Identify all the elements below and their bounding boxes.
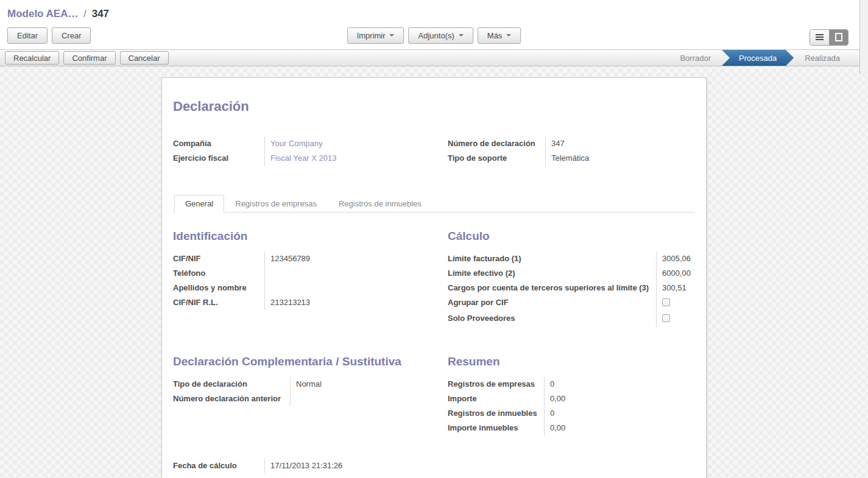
- page-title: Declaración: [173, 99, 695, 114]
- list-view-icon: [816, 34, 824, 40]
- top-header: Modelo AEA… / 347 Editar Crear Imprimir …: [0, 0, 868, 49]
- summary-section: Resumen Registros de empresas 0 Importe …: [448, 355, 695, 435]
- form-view-icon: [835, 33, 842, 41]
- company-link[interactable]: Your Company: [270, 139, 323, 148]
- solo-proveedores-label: Solo Proveedores: [448, 311, 656, 327]
- caret-down-icon: [459, 34, 464, 37]
- declaration-number-label: Número de declaración: [448, 136, 545, 151]
- support-type-value: Telemática: [545, 151, 695, 166]
- form-view-button[interactable]: [829, 30, 848, 45]
- complementary-section: Declaración Complementaria / Sustitutiva…: [173, 355, 434, 435]
- registros-empresas-label: Registros de empresas: [448, 377, 544, 392]
- fecha-calculo-label: Fecha de cálculo: [173, 459, 264, 473]
- importe-inmuebles-label: Importe inmuebles: [448, 421, 544, 435]
- telefono-label: Teléfono: [173, 266, 264, 281]
- identification-section: Identificación CIF/NIF 123456789 Teléfon…: [173, 230, 434, 327]
- cif-nif-rl-label: CIF/NIF R.L.: [173, 295, 264, 310]
- solo-proveedores-checkbox[interactable]: [662, 314, 670, 322]
- header-field-group-left: Compañía Your Company Ejercicio fiscal F…: [173, 136, 434, 166]
- limite-efectivo-label: Límite efectivo (2): [448, 266, 656, 281]
- declaration-number-value: 347: [545, 136, 695, 151]
- tipo-declaracion-label: Tipo de declaración: [173, 377, 290, 392]
- agrupar-por-cif-label: Agrupar por CIF: [448, 295, 656, 311]
- importe-value: 0,00: [544, 392, 695, 406]
- summary-title: Resumen: [448, 355, 695, 368]
- scrollbar-track[interactable]: [859, 0, 868, 74]
- apellidos-nombre-value: [264, 281, 434, 295]
- more-label: Más: [487, 31, 503, 40]
- view-switcher: [810, 29, 849, 46]
- list-view-button[interactable]: [810, 30, 829, 45]
- registros-inmuebles-value: 0: [544, 406, 695, 421]
- tipo-declaracion-value: Normal: [290, 377, 434, 392]
- breadcrumb: Modelo AEA… / 347: [0, 0, 868, 21]
- cancel-button[interactable]: Cancelar: [120, 51, 169, 65]
- fecha-calculo-value: 17/11/2013 21:31:26: [264, 459, 434, 473]
- more-dropdown-button[interactable]: Más: [478, 27, 521, 44]
- tab-registros-empresas[interactable]: Registros de empresas: [224, 195, 328, 213]
- caret-down-icon: [506, 34, 511, 37]
- complementary-title: Declaración Complementaria / Sustitutiva: [173, 355, 434, 368]
- telefono-value: [264, 266, 434, 281]
- apellidos-nombre-label: Apellidos y nombre: [173, 281, 264, 295]
- form-sheet: Declaración Compañía Your Company Ejerci…: [161, 77, 707, 478]
- print-dropdown-button[interactable]: Imprimir: [347, 27, 404, 44]
- notebook-tabs: General Registros de empresas Registros …: [173, 195, 695, 213]
- actions-toolbar: Editar Crear Imprimir Adjunto(s) Más: [0, 21, 868, 49]
- confirm-button[interactable]: Confirmar: [63, 51, 115, 65]
- cif-nif-label: CIF/NIF: [173, 251, 264, 266]
- breadcrumb-parent-link[interactable]: Modelo AEA…: [7, 8, 78, 19]
- tab-general[interactable]: General: [174, 195, 224, 213]
- recalculate-button[interactable]: Recalcular: [5, 51, 59, 65]
- statusbar: Borrador Procesada Realizada: [669, 50, 851, 66]
- caret-down-icon: [390, 34, 395, 37]
- edit-button[interactable]: Editar: [7, 27, 48, 44]
- status-toolbar: Recalcular Confirmar Cancelar Borrador P…: [0, 49, 868, 66]
- calc-date-field: Fecha de cálculo 17/11/2013 21:31:26: [173, 459, 434, 473]
- tab-general-content: Identificación CIF/NIF 123456789 Teléfon…: [173, 213, 695, 473]
- cif-nif-rl-value: 213213213: [264, 295, 434, 310]
- numero-declaracion-anterior-label: Número declaración anterior: [173, 392, 290, 406]
- state-realizada: Realizada: [794, 50, 851, 66]
- limite-efectivo-value: 6000,00: [656, 266, 695, 281]
- cif-nif-value: 123456789: [264, 251, 434, 266]
- cargos-terceros-label: Cargos por cuenta de terceros superiores…: [448, 281, 656, 295]
- registros-empresas-value: 0: [544, 377, 695, 392]
- calculation-section: Cálculo Límite facturado (1) 3005,06 Lím…: [448, 230, 695, 327]
- fiscal-year-link[interactable]: Fiscal Year X 2013: [270, 153, 336, 163]
- agrupar-por-cif-checkbox[interactable]: [662, 298, 670, 306]
- attachments-label: Adjunto(s): [418, 31, 454, 40]
- cargos-terceros-value: 300,51: [656, 281, 695, 295]
- tab-registros-inmuebles[interactable]: Registros de inmuebles: [328, 195, 432, 213]
- limite-facturado-label: Límite facturado (1): [448, 251, 656, 266]
- importe-label: Importe: [448, 392, 544, 406]
- breadcrumb-separator: /: [81, 8, 89, 19]
- limite-facturado-value: 3005,06: [656, 251, 695, 266]
- importe-inmuebles-value: 0,00: [544, 421, 695, 435]
- header-field-group-right: Número de declaración 347 Tipo de soport…: [448, 136, 695, 166]
- state-borrador: Borrador: [669, 50, 722, 66]
- print-label: Imprimir: [357, 31, 386, 40]
- support-type-label: Tipo de soporte: [448, 151, 545, 166]
- identification-title: Identificación: [173, 230, 434, 243]
- registros-inmuebles-label: Registros de inmuebles: [448, 406, 544, 421]
- attachments-dropdown-button[interactable]: Adjunto(s): [409, 27, 473, 44]
- state-procesada: Procesada: [722, 50, 794, 66]
- fiscal-year-label: Ejercicio fiscal: [173, 151, 264, 166]
- breadcrumb-current: 347: [92, 8, 109, 19]
- company-label: Compañía: [173, 136, 264, 151]
- numero-declaracion-anterior-value: [290, 392, 434, 406]
- create-button[interactable]: Crear: [52, 27, 91, 44]
- calculation-title: Cálculo: [448, 230, 695, 243]
